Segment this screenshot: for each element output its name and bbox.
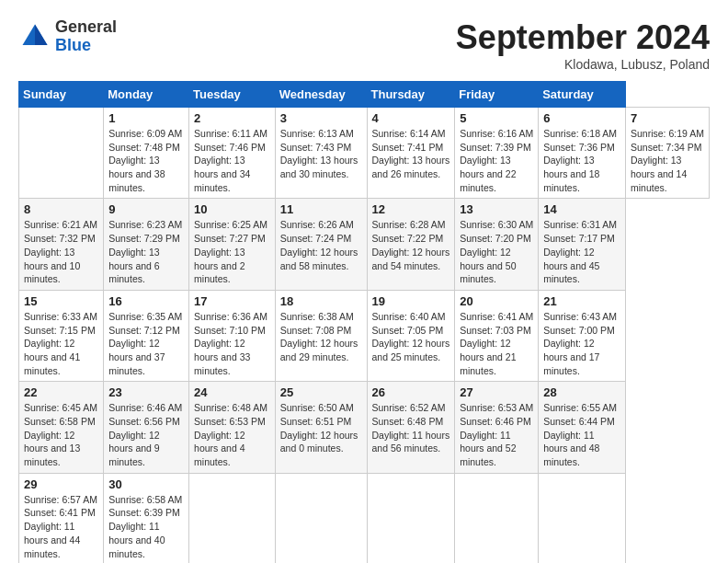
calendar-cell: 27Sunrise: 6:53 AMSunset: 6:46 PMDayligh… bbox=[455, 382, 539, 473]
day-info: Sunrise: 6:57 AMSunset: 6:41 PMDaylight:… bbox=[24, 493, 98, 560]
day-number: 28 bbox=[543, 385, 620, 399]
calendar-table: SundayMondayTuesdayWednesdayThursdayFrid… bbox=[18, 81, 710, 563]
day-number: 2 bbox=[194, 111, 270, 125]
day-info: Sunrise: 6:13 AMSunset: 7:43 PMDaylight:… bbox=[280, 127, 362, 181]
calendar-cell: 15Sunrise: 6:33 AMSunset: 7:15 PMDayligh… bbox=[19, 290, 104, 381]
calendar-cell: 8Sunrise: 6:21 AMSunset: 7:32 PMDaylight… bbox=[19, 199, 104, 290]
day-info: Sunrise: 6:26 AMSunset: 7:24 PMDaylight:… bbox=[280, 218, 362, 272]
day-info: Sunrise: 6:28 AMSunset: 7:22 PMDaylight:… bbox=[372, 218, 450, 272]
calendar-cell bbox=[19, 108, 104, 199]
day-number: 10 bbox=[194, 202, 270, 216]
calendar-cell: 21Sunrise: 6:43 AMSunset: 7:00 PMDayligh… bbox=[539, 290, 626, 381]
calendar-cell: 17Sunrise: 6:36 AMSunset: 7:10 PMDayligh… bbox=[189, 290, 276, 381]
day-number: 22 bbox=[24, 385, 98, 399]
calendar-day-header: Tuesday bbox=[189, 82, 276, 108]
day-number: 21 bbox=[543, 294, 620, 308]
calendar-day-header: Monday bbox=[104, 82, 189, 108]
calendar-week-row: 22Sunrise: 6:45 AMSunset: 6:58 PMDayligh… bbox=[19, 382, 710, 473]
calendar-week-row: 8Sunrise: 6:21 AMSunset: 7:32 PMDaylight… bbox=[19, 199, 710, 290]
calendar-cell: 12Sunrise: 6:28 AMSunset: 7:22 PMDayligh… bbox=[367, 199, 455, 290]
day-info: Sunrise: 6:48 AMSunset: 6:53 PMDaylight:… bbox=[194, 401, 270, 468]
day-number: 23 bbox=[108, 385, 184, 399]
day-number: 4 bbox=[372, 111, 450, 125]
title-block: September 2024 Klodawa, Lubusz, Poland bbox=[456, 18, 710, 72]
calendar-day-header: Saturday bbox=[539, 82, 626, 108]
day-info: Sunrise: 6:58 AMSunset: 6:39 PMDaylight:… bbox=[108, 493, 184, 560]
day-number: 26 bbox=[372, 385, 450, 399]
day-info: Sunrise: 6:38 AMSunset: 7:08 PMDaylight:… bbox=[280, 310, 362, 364]
day-number: 27 bbox=[460, 385, 533, 399]
day-info: Sunrise: 6:36 AMSunset: 7:10 PMDaylight:… bbox=[194, 310, 270, 377]
day-info: Sunrise: 6:46 AMSunset: 6:56 PMDaylight:… bbox=[108, 401, 184, 468]
calendar-cell bbox=[367, 473, 455, 563]
calendar-week-row: 29Sunrise: 6:57 AMSunset: 6:41 PMDayligh… bbox=[19, 473, 710, 563]
calendar-cell: 3Sunrise: 6:13 AMSunset: 7:43 PMDaylight… bbox=[275, 108, 367, 199]
day-info: Sunrise: 6:43 AMSunset: 7:00 PMDaylight:… bbox=[543, 310, 620, 377]
svg-marker-1 bbox=[35, 24, 48, 45]
day-number: 7 bbox=[631, 111, 704, 125]
logo-icon bbox=[18, 20, 51, 53]
day-info: Sunrise: 6:21 AMSunset: 7:32 PMDaylight:… bbox=[24, 218, 98, 285]
calendar-cell: 1Sunrise: 6:09 AMSunset: 7:48 PMDaylight… bbox=[104, 108, 189, 199]
calendar-cell: 26Sunrise: 6:52 AMSunset: 6:48 PMDayligh… bbox=[367, 382, 455, 473]
day-number: 15 bbox=[24, 294, 98, 308]
logo: General Blue bbox=[18, 18, 117, 55]
day-info: Sunrise: 6:50 AMSunset: 6:51 PMDaylight:… bbox=[280, 401, 362, 455]
day-info: Sunrise: 6:25 AMSunset: 7:27 PMDaylight:… bbox=[194, 218, 270, 285]
calendar-cell: 20Sunrise: 6:41 AMSunset: 7:03 PMDayligh… bbox=[455, 290, 539, 381]
day-number: 18 bbox=[280, 294, 362, 308]
day-info: Sunrise: 6:55 AMSunset: 6:44 PMDaylight:… bbox=[543, 401, 620, 468]
calendar-cell: 11Sunrise: 6:26 AMSunset: 7:24 PMDayligh… bbox=[275, 199, 367, 290]
day-number: 19 bbox=[372, 294, 450, 308]
calendar-cell: 14Sunrise: 6:31 AMSunset: 7:17 PMDayligh… bbox=[539, 199, 626, 290]
day-number: 3 bbox=[280, 111, 362, 125]
calendar-cell: 24Sunrise: 6:48 AMSunset: 6:53 PMDayligh… bbox=[189, 382, 276, 473]
day-number: 29 bbox=[24, 477, 98, 491]
day-number: 25 bbox=[280, 385, 362, 399]
day-info: Sunrise: 6:23 AMSunset: 7:29 PMDaylight:… bbox=[108, 218, 184, 285]
calendar-cell bbox=[455, 473, 539, 563]
day-info: Sunrise: 6:09 AMSunset: 7:48 PMDaylight:… bbox=[108, 127, 184, 194]
day-info: Sunrise: 6:53 AMSunset: 6:46 PMDaylight:… bbox=[460, 401, 533, 468]
logo-blue: Blue bbox=[55, 36, 91, 54]
page-header: General Blue September 2024 Klodawa, Lub… bbox=[18, 18, 710, 72]
day-info: Sunrise: 6:33 AMSunset: 7:15 PMDaylight:… bbox=[24, 310, 98, 377]
day-info: Sunrise: 6:40 AMSunset: 7:05 PMDaylight:… bbox=[372, 310, 450, 364]
calendar-cell: 2Sunrise: 6:11 AMSunset: 7:46 PMDaylight… bbox=[189, 108, 276, 199]
day-number: 5 bbox=[460, 111, 533, 125]
day-info: Sunrise: 6:41 AMSunset: 7:03 PMDaylight:… bbox=[460, 310, 533, 377]
calendar-cell: 19Sunrise: 6:40 AMSunset: 7:05 PMDayligh… bbox=[367, 290, 455, 381]
calendar-cell: 9Sunrise: 6:23 AMSunset: 7:29 PMDaylight… bbox=[104, 199, 189, 290]
calendar-day-header: Wednesday bbox=[275, 82, 367, 108]
calendar-day-header: Sunday bbox=[19, 82, 104, 108]
month-title: September 2024 bbox=[456, 18, 710, 57]
day-number: 20 bbox=[460, 294, 533, 308]
day-info: Sunrise: 6:45 AMSunset: 6:58 PMDaylight:… bbox=[24, 401, 98, 468]
calendar-cell: 13Sunrise: 6:30 AMSunset: 7:20 PMDayligh… bbox=[455, 199, 539, 290]
day-number: 8 bbox=[24, 202, 98, 216]
calendar-cell bbox=[189, 473, 276, 563]
calendar-cell bbox=[275, 473, 367, 563]
calendar-week-row: 15Sunrise: 6:33 AMSunset: 7:15 PMDayligh… bbox=[19, 290, 710, 381]
calendar-cell: 18Sunrise: 6:38 AMSunset: 7:08 PMDayligh… bbox=[275, 290, 367, 381]
calendar-day-header: Thursday bbox=[367, 82, 455, 108]
day-number: 11 bbox=[280, 202, 362, 216]
day-info: Sunrise: 6:14 AMSunset: 7:41 PMDaylight:… bbox=[372, 127, 450, 181]
calendar-week-row: 1Sunrise: 6:09 AMSunset: 7:48 PMDaylight… bbox=[19, 108, 710, 199]
calendar-cell bbox=[539, 473, 626, 563]
calendar-cell: 30Sunrise: 6:58 AMSunset: 6:39 PMDayligh… bbox=[104, 473, 189, 563]
calendar-cell: 10Sunrise: 6:25 AMSunset: 7:27 PMDayligh… bbox=[189, 199, 276, 290]
day-info: Sunrise: 6:11 AMSunset: 7:46 PMDaylight:… bbox=[194, 127, 270, 194]
calendar-cell: 22Sunrise: 6:45 AMSunset: 6:58 PMDayligh… bbox=[19, 382, 104, 473]
day-info: Sunrise: 6:31 AMSunset: 7:17 PMDaylight:… bbox=[543, 218, 620, 285]
day-info: Sunrise: 6:30 AMSunset: 7:20 PMDaylight:… bbox=[460, 218, 533, 285]
calendar-cell: 5Sunrise: 6:16 AMSunset: 7:39 PMDaylight… bbox=[455, 108, 539, 199]
calendar-cell: 4Sunrise: 6:14 AMSunset: 7:41 PMDaylight… bbox=[367, 108, 455, 199]
day-number: 13 bbox=[460, 202, 533, 216]
logo-text: General Blue bbox=[55, 18, 117, 55]
day-number: 17 bbox=[194, 294, 270, 308]
calendar-cell: 23Sunrise: 6:46 AMSunset: 6:56 PMDayligh… bbox=[104, 382, 189, 473]
calendar-cell: 6Sunrise: 6:18 AMSunset: 7:36 PMDaylight… bbox=[539, 108, 626, 199]
logo-general: General bbox=[55, 17, 117, 36]
calendar-cell: 16Sunrise: 6:35 AMSunset: 7:12 PMDayligh… bbox=[104, 290, 189, 381]
